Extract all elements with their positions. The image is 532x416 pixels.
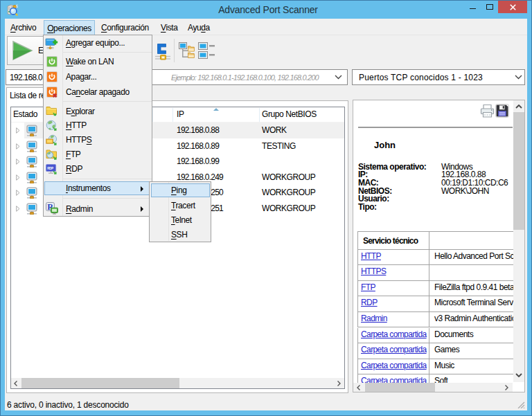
svg-text:RDP: RDP	[47, 167, 53, 170]
